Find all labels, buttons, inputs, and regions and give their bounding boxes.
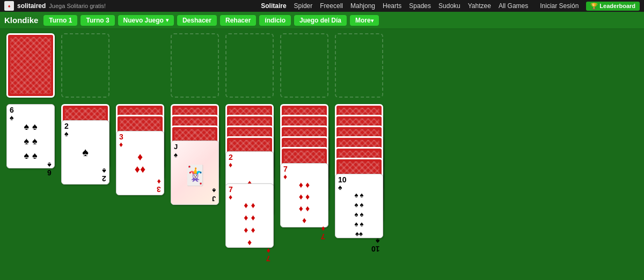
logo-text[interactable]: solitaired <box>17 2 46 10</box>
foundation-slot-4 <box>335 33 383 98</box>
game-title: Klondike <box>4 16 38 25</box>
nav-freecell[interactable]: Freecell <box>320 2 343 10</box>
juego-del-dia-button[interactable]: Juego del Día <box>294 15 347 26</box>
turno3-button[interactable]: Turno 3 <box>80 15 114 26</box>
tagline: Juega Solitario gratis! <box>49 3 106 9</box>
top-navigation: ♠ solitaired Juega Solitario gratis! Sol… <box>0 0 644 12</box>
nav-spades[interactable]: Spades <box>409 2 431 10</box>
card-jack-spades[interactable]: J♠ 🃏 J♠ <box>171 141 219 205</box>
indicio-button[interactable]: índicio <box>259 15 291 26</box>
nav-hearts[interactable]: Hearts <box>383 2 401 10</box>
signin-button[interactable]: Iniciar Sesión <box>540 2 579 10</box>
card-6-spades[interactable]: 6♠ ♠♠ ♠♠ ♠♠ 6♠ <box>6 104 55 168</box>
card-7-diamonds-col6[interactable]: 7♦ ♦♦ ♦♦ ♦♦ ♦ 7♦ <box>280 163 328 227</box>
logo-area: ♠ solitaired Juega Solitario gratis! <box>4 1 106 11</box>
nav-sudoku[interactable]: Sudoku <box>438 2 460 10</box>
nav-allgames[interactable]: All Games <box>499 2 528 10</box>
card-10-spades[interactable]: 10♠ ♠♠ ♠♠ ♠♠ ♠♠ ♠♠ 10♠ <box>335 174 383 238</box>
foundation-slot-3 <box>280 33 328 98</box>
nav-spider[interactable]: Spider <box>294 2 313 10</box>
turno1-button[interactable]: Turno 1 <box>43 15 77 26</box>
rehacer-button[interactable]: Rehacer <box>220 15 256 26</box>
card-2-spades[interactable]: 2♠ ♠ 2♠ <box>61 120 109 185</box>
game-toolbar: Klondike Turno 1 Turno 3 Nuevo Juego Des… <box>0 12 644 29</box>
foundation-slot-2 <box>225 33 274 98</box>
card-7-diamonds-col5[interactable]: 7♦ ♦♦ ♦♦ ♦♦ ♦ 7♦ <box>225 183 274 248</box>
deshacer-button[interactable]: Deshacer <box>177 15 217 26</box>
foundation-slot-1 <box>171 33 219 98</box>
leaderboard-button[interactable]: 🏆 Leaderboard <box>586 2 640 11</box>
nuevo-juego-button[interactable]: Nuevo Juego <box>118 15 174 26</box>
logo-icon: ♠ <box>4 1 14 11</box>
more-button[interactable]: More <box>350 15 379 26</box>
nav-yahtzee[interactable]: Yahtzee <box>468 2 491 10</box>
nav-solitaire[interactable]: Solitaire <box>261 2 286 10</box>
nav-links: Solitaire Spider Freecell Mahjong Hearts… <box>261 2 640 11</box>
game-area: 6♠ ♠♠ ♠♠ ♠♠ 6♠ 2♠ ♠ 2♠ 3♦ ♦♦♦ 3♦ J♠ 🃏 J♠ <box>0 29 644 280</box>
stock-pile[interactable] <box>6 33 55 98</box>
card-3-diamonds[interactable]: 3♦ ♦♦♦ 3♦ <box>116 131 164 195</box>
nav-mahjong[interactable]: Mahjong <box>350 2 375 10</box>
waste-pile-slot <box>61 33 109 98</box>
